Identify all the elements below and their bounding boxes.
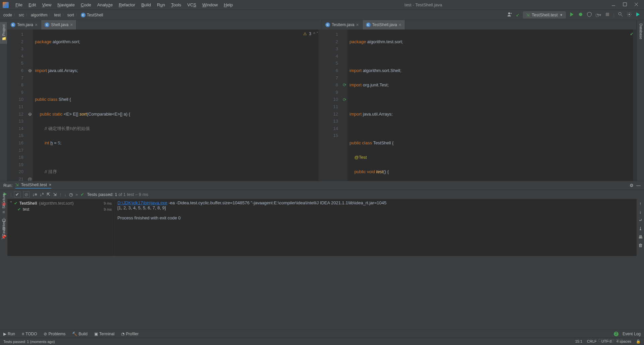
sort-alpha-icon[interactable]: ↓ᴬ bbox=[40, 192, 44, 197]
run-label: Run: bbox=[3, 183, 12, 188]
tab-shell-java[interactable]: CShell.java× bbox=[41, 20, 76, 29]
menu-build[interactable]: Build bbox=[139, 2, 154, 8]
menu-analyze[interactable]: Analyze bbox=[95, 2, 115, 8]
problems-tool[interactable]: ⊘ Problems bbox=[44, 332, 65, 336]
clock-icon[interactable]: ◷ bbox=[69, 192, 73, 197]
menu-code[interactable]: Code bbox=[78, 2, 94, 8]
crumb-algorithm[interactable]: algorithm bbox=[31, 13, 47, 17]
left-editor-pane: CTem.java× CShell.java× 1234567891011121… bbox=[7, 20, 322, 181]
print-icon[interactable]: 🖶 bbox=[638, 234, 643, 239]
run-icon[interactable] bbox=[569, 12, 575, 18]
menu-window[interactable]: Window bbox=[200, 2, 220, 8]
coverage-icon[interactable] bbox=[587, 12, 592, 18]
settings-icon[interactable] bbox=[627, 12, 632, 18]
line-separator[interactable]: CRLF bbox=[587, 339, 597, 344]
run-panel-body: 🐞 ■ ⏻ ⊞ 📌 ˅✔TestShell (algorithm.test.so… bbox=[0, 199, 644, 256]
debug-icon[interactable] bbox=[578, 12, 583, 18]
favorites-tool[interactable]: Favorites bbox=[1, 218, 7, 238]
marker-bar[interactable] bbox=[633, 29, 636, 181]
menu-bar: File Edit View Navigate Code Analyze Ref… bbox=[13, 2, 235, 8]
minimize-icon[interactable] bbox=[611, 2, 616, 8]
database-tool[interactable]: Database bbox=[638, 22, 644, 181]
check-icon: ✔ bbox=[630, 31, 634, 37]
menu-run[interactable]: Run bbox=[154, 2, 168, 8]
tab-tem-java[interactable]: CTem.java× bbox=[7, 20, 41, 29]
title-bar: File Edit View Navigate Code Analyze Ref… bbox=[0, 0, 644, 10]
up-icon[interactable]: ↑ bbox=[59, 192, 62, 197]
scroll-end-icon[interactable]: ⤓ bbox=[639, 226, 642, 231]
down-icon[interactable]: ↓ bbox=[639, 209, 642, 214]
profile-icon[interactable]: ◔▾ bbox=[595, 12, 601, 17]
menu-view[interactable]: View bbox=[39, 2, 54, 8]
commit-icon[interactable]: ↙ bbox=[516, 12, 520, 17]
crumb-src[interactable]: src bbox=[19, 13, 24, 17]
build-tool[interactable]: 🔨 Build bbox=[72, 332, 88, 336]
event-log-tool[interactable]: Event Log bbox=[623, 332, 641, 336]
down-icon[interactable]: ↓ bbox=[64, 192, 66, 197]
check-icon: ✔ bbox=[80, 192, 84, 197]
menu-file[interactable]: File bbox=[13, 2, 25, 8]
crumb-class[interactable]: TestShell bbox=[87, 13, 103, 17]
gutter-icons: ⊖⊖@ bbox=[27, 29, 33, 181]
tab-testtem-java[interactable]: CTesttem.java× bbox=[322, 20, 363, 29]
tab-testshell-java[interactable]: CTestShell.java× bbox=[363, 20, 405, 29]
project-tool[interactable]: 📁 Project bbox=[0, 22, 7, 44]
close-icon[interactable]: × bbox=[356, 22, 359, 27]
crumb-test[interactable]: test bbox=[54, 13, 60, 17]
show-passed-icon[interactable]: ✔ bbox=[14, 191, 20, 198]
clear-icon[interactable]: 🗑 bbox=[638, 243, 643, 248]
sort-icon[interactable]: ↓≡ bbox=[32, 192, 37, 197]
lock-icon[interactable]: 🔒 bbox=[636, 339, 641, 344]
tree-root[interactable]: ˅✔TestShell (algorithm.test.sort)9 ms bbox=[9, 200, 113, 206]
test-tree[interactable]: ˅✔TestShell (algorithm.test.sort)9 ms ✔t… bbox=[7, 199, 115, 256]
menu-help[interactable]: Help bbox=[221, 2, 235, 8]
crumb-sort[interactable]: sort bbox=[67, 13, 74, 17]
menu-navigate[interactable]: Navigate bbox=[55, 2, 77, 8]
close-icon[interactable]: × bbox=[35, 22, 38, 27]
run-config-selector[interactable]: ⇲TestShell.test▼ bbox=[523, 11, 566, 18]
caret-position[interactable]: 15:1 bbox=[575, 339, 582, 344]
inspection-widget[interactable]: ⚠3 ^ ˅ bbox=[303, 31, 318, 36]
close-icon[interactable]: × bbox=[70, 22, 73, 27]
status-message: Tests passed: 1 (moments ago) bbox=[3, 340, 55, 344]
java-path-link[interactable]: D:\JDK\jdk17\bin\java.exe bbox=[117, 200, 167, 205]
terminal-tool[interactable]: ▣ Terminal bbox=[94, 332, 114, 336]
svg-point-4 bbox=[619, 12, 621, 15]
run-tab[interactable]: ⇲TestShell.test× bbox=[15, 182, 51, 189]
crumb-code[interactable]: code bbox=[3, 13, 12, 17]
breadcrumb: code〉 src〉 algorithm〉 test〉 sort〉 C Test… bbox=[3, 12, 103, 18]
close-icon[interactable] bbox=[634, 2, 639, 8]
code-content-right[interactable]: package algorithm.test.sort; import algo… bbox=[347, 29, 633, 181]
run-tool[interactable]: ▶ Run bbox=[3, 332, 15, 336]
up-icon[interactable]: ↑ bbox=[639, 201, 642, 206]
cwm-icon[interactable] bbox=[635, 12, 641, 18]
collapse-icon[interactable]: ⇲ bbox=[53, 192, 57, 197]
profiler-tool[interactable]: ◔ Profiler bbox=[121, 332, 139, 336]
console-output[interactable]: D:\JDK\jdk17\bin\java.exe -ea -Didea.tes… bbox=[115, 199, 637, 256]
stop-icon[interactable] bbox=[605, 12, 610, 18]
structure-tool[interactable]: Structure bbox=[1, 191, 7, 211]
tree-item-test[interactable]: ✔test9 ms bbox=[9, 206, 113, 212]
code-content-left[interactable]: package algorithm.sort; import java.util… bbox=[33, 29, 318, 181]
show-ignored-icon[interactable]: ⊘ bbox=[23, 191, 30, 198]
marker-bar[interactable] bbox=[318, 29, 322, 181]
expand-icon[interactable]: ⇱ bbox=[47, 192, 50, 197]
editor-area: 📁 Project CTem.java× CShell.java× 123456… bbox=[0, 20, 644, 181]
minimize-icon[interactable]: — bbox=[636, 183, 641, 188]
settings-icon[interactable]: ⚙ bbox=[630, 183, 634, 188]
todo-tool[interactable]: ≡ TODO bbox=[22, 332, 37, 336]
right-editor-pane: CTesttem.java× CTestShell.java× 12345678… bbox=[322, 20, 637, 181]
wrap-icon[interactable]: ⤶ bbox=[639, 218, 642, 223]
gutter-icons: ⟳⟳ bbox=[341, 29, 347, 181]
left-side-tools: Structure Favorites bbox=[0, 191, 7, 238]
search-icon[interactable] bbox=[618, 12, 623, 18]
menu-vcs[interactable]: VCS bbox=[184, 2, 199, 8]
bottom-tool-bar: ▶ Run ≡ TODO ⊘ Problems 🔨 Build ▣ Termin… bbox=[0, 330, 644, 338]
app-logo bbox=[3, 2, 9, 8]
add-user-icon[interactable] bbox=[507, 12, 513, 18]
maximize-icon[interactable] bbox=[623, 2, 627, 8]
menu-tools[interactable]: Tools bbox=[168, 2, 184, 8]
menu-edit[interactable]: Edit bbox=[26, 2, 39, 8]
close-icon[interactable]: × bbox=[399, 22, 401, 27]
menu-refactor[interactable]: Refactor bbox=[116, 2, 138, 8]
